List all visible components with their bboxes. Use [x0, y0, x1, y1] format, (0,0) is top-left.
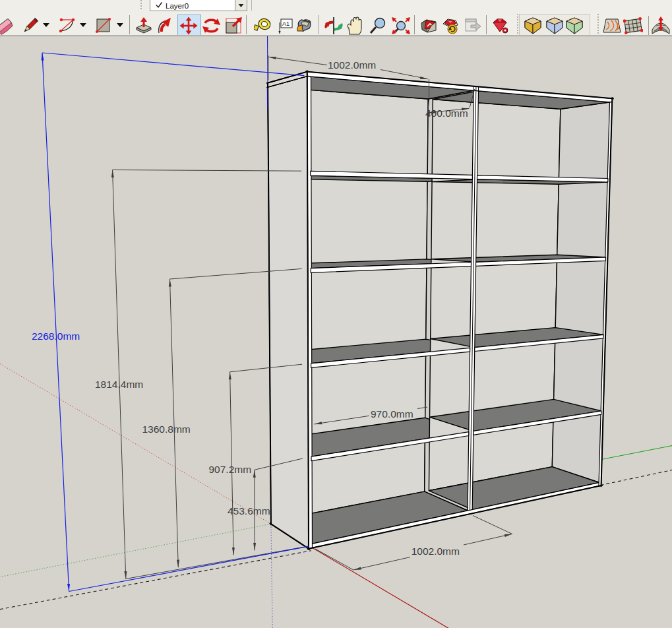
svg-text:2268.0mm: 2268.0mm [32, 330, 80, 342]
svg-text:400.0mm: 400.0mm [425, 108, 468, 119]
svg-text:1814.4mm: 1814.4mm [95, 379, 143, 390]
svg-text:1002.0mm: 1002.0mm [412, 546, 460, 557]
svg-text:Layer0: Layer0 [166, 2, 189, 10]
svg-text:A1: A1 [282, 20, 290, 27]
svg-text:970.0mm: 970.0mm [371, 408, 413, 420]
svg-text:1002.0mm: 1002.0mm [328, 59, 376, 71]
svg-text:453.6mm: 453.6mm [228, 505, 270, 517]
svg-text:907.2mm: 907.2mm [209, 464, 252, 475]
svg-text:1360.8mm: 1360.8mm [142, 424, 191, 435]
